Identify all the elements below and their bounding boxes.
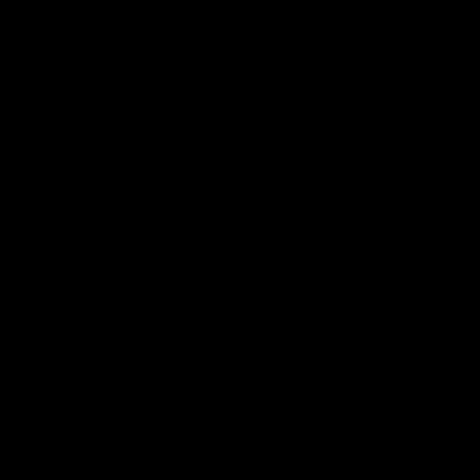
chart-stage bbox=[0, 0, 476, 476]
bottleneck-chart bbox=[0, 0, 476, 476]
